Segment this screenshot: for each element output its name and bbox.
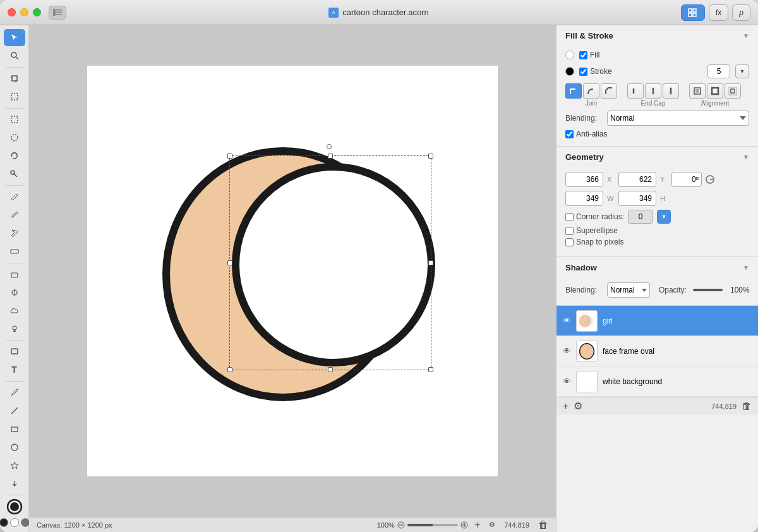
layer-girl-visibility[interactable]: 👁 [563,316,571,325]
layer-bg-visibility[interactable]: 👁 [563,377,571,386]
layers-settings-button[interactable]: ⚙ [574,401,582,411]
ellipse-select-tool[interactable] [4,129,25,146]
rotation-dot[interactable] [706,175,714,184]
antialias-label[interactable]: Anti-alias [565,130,607,138]
superellipse-label[interactable]: Superellipse [565,226,618,235]
corner-radius-label[interactable]: Corner radius: [565,212,624,221]
align-outside-btn[interactable] [725,83,741,99]
delete-layer-button[interactable]: 🗑 [742,401,752,411]
star-tool[interactable] [4,457,25,474]
corner-radius-checkbox[interactable] [565,213,574,221]
rect-select-tool[interactable] [4,111,25,128]
stroke-dropdown[interactable]: ▼ [735,64,749,78]
transform-tool[interactable] [4,88,25,106]
align-center-btn[interactable] [707,83,723,99]
background-color[interactable] [10,518,19,527]
canvas[interactable] [87,66,498,476]
sharpen-tool[interactable] [4,284,25,301]
layers-footer: + ⚙ 744,819 🗑 [556,397,758,414]
geometry-chevron: ▼ [743,154,749,160]
settings-btn[interactable]: ⚙ [489,521,495,529]
zoom-slider[interactable] [407,524,458,526]
fill-color-dot[interactable] [565,51,574,59]
fill-checkbox-label[interactable]: Fill [579,51,599,59]
shadow-section: Shadow ▼ Blending: Normal Opacity: 100% [556,257,758,306]
shadow-blending-select[interactable]: Normal [607,282,650,298]
arrow-tool[interactable] [4,475,25,492]
join-group: Join [565,83,617,107]
fill-stroke-header[interactable]: Fill & Stroke ▼ [556,25,758,45]
pen-tool[interactable] [4,384,25,401]
p-button[interactable]: p [732,4,750,21]
magic-wand-tool[interactable] [4,166,25,183]
endcap-square-btn[interactable] [663,83,679,99]
stroke-width-input[interactable] [707,64,730,78]
lasso-tool[interactable] [4,147,25,164]
cloud-tool[interactable] [4,302,25,319]
color-picker-btn[interactable] [21,518,30,527]
fx-button[interactable]: fx [709,4,728,21]
rect-shape-tool[interactable] [4,343,25,360]
alignment-group: Alignment [689,83,741,107]
text-tool[interactable]: T [4,361,25,378]
svg-rect-17 [11,250,18,253]
add-layer-button[interactable]: + [563,401,568,411]
adjust-tool[interactable] [4,320,25,337]
shadow-content: Blending: Normal Opacity: 100% [556,277,758,305]
svg-rect-2 [56,12,62,13]
stroke-color-dot[interactable] [565,67,574,76]
zoom-out-icon[interactable] [397,521,405,529]
rotation-input[interactable] [671,172,702,187]
fill-checkbox[interactable] [579,51,587,59]
trash-btn[interactable]: 🗑 [538,519,548,531]
snap-label[interactable]: Snap to pixels [565,238,623,246]
layer-face-frame[interactable]: 👁 face frame oval [556,336,758,366]
eraser-tool[interactable] [4,265,25,282]
stroke-checkbox-label[interactable]: Stroke [579,67,612,76]
join-bevel-btn[interactable] [601,83,617,99]
crop-tool[interactable] [4,70,25,87]
snap-checkbox[interactable] [565,238,574,246]
x-input[interactable] [565,172,603,187]
y-input[interactable] [618,172,656,187]
corner-radius-dropdown[interactable]: ▼ [657,210,671,224]
tools-panel-button[interactable] [681,4,705,21]
layer-white-bg[interactable]: 👁 white background [556,366,758,397]
geometry-header[interactable]: Geometry ▼ [556,147,758,167]
w-input[interactable] [565,191,603,206]
antialias-checkbox[interactable] [565,130,574,138]
opacity-slider[interactable] [693,289,723,291]
oval-tool[interactable] [4,438,25,456]
add-layer-btn[interactable]: + [474,519,480,531]
blending-select[interactable]: Normal [607,111,749,126]
sidebar-toggle-button[interactable] [49,6,66,20]
close-button[interactable] [8,8,16,16]
foreground-color[interactable] [0,518,8,527]
layer-face-visibility[interactable]: 👁 [563,346,571,356]
maximize-button[interactable] [33,8,41,16]
minimize-button[interactable] [20,8,28,16]
h-input[interactable] [618,191,656,206]
canvas-container[interactable] [29,25,556,517]
join-miter-btn[interactable] [565,83,582,99]
endcap-round-btn[interactable] [645,83,661,99]
select-tool[interactable] [4,29,25,46]
brush-tool[interactable] [4,207,25,224]
line-tool[interactable] [4,402,25,420]
gradient-tool[interactable] [4,243,25,260]
corner-radius-input[interactable] [628,210,653,224]
pencil-tool[interactable] [4,188,25,205]
layer-girl[interactable]: 👁 girl [556,306,758,336]
endcap-flat-btn[interactable] [627,83,644,99]
superellipse-checkbox[interactable] [565,227,574,235]
svg-rect-24 [11,349,18,354]
align-inside-btn[interactable] [689,83,706,99]
rectangle-tool[interactable] [4,420,25,437]
paint-bucket-tool[interactable] [4,225,25,242]
color-ring-tool[interactable] [4,498,25,516]
stroke-checkbox[interactable] [579,68,587,76]
zoom-tool[interactable] [4,47,25,64]
shadow-header[interactable]: Shadow ▼ [556,257,758,277]
join-round-btn[interactable] [583,83,599,99]
zoom-in-icon[interactable] [460,521,468,529]
